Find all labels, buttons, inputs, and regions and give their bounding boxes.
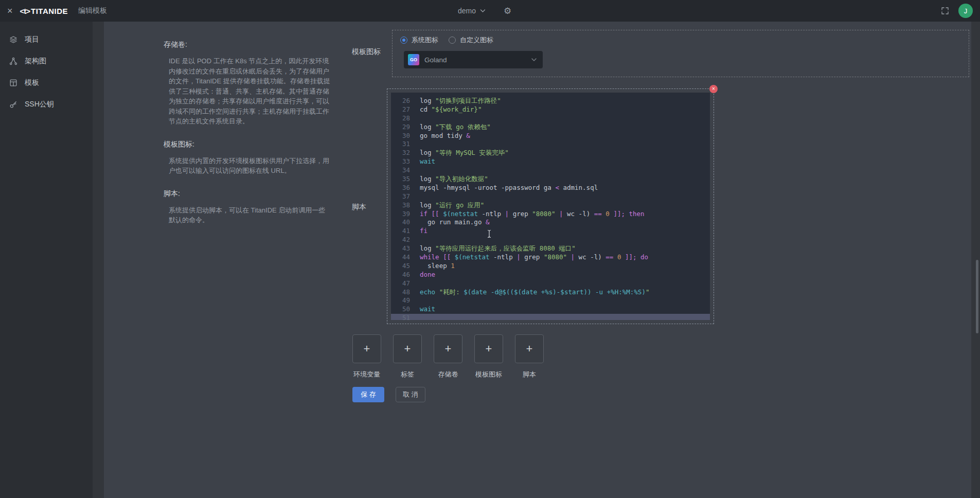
help-section-title: 脚本:	[164, 189, 330, 199]
line-content: fi	[415, 227, 427, 236]
app-name: TITANIDE	[31, 7, 68, 15]
line-content: done	[415, 271, 435, 279]
chevron-down-icon	[531, 58, 537, 61]
code-editor[interactable]: 26log "切换到项目工作路径"27cd "${work_dir}"2829l…	[391, 93, 710, 320]
sidebar-item-label: SSH公钥	[25, 100, 54, 109]
line-content: log "下载 go 依赖包"	[415, 123, 491, 132]
radio-label: 系统图标	[412, 35, 438, 45]
sidebar-item-ssh-key[interactable]: SSH公钥	[0, 94, 93, 115]
gear-icon[interactable]: ⚙	[504, 7, 511, 15]
code-line-39[interactable]: 39if [[ $(netstat -ntlp | grep "8080" | …	[391, 210, 710, 219]
code-line-45[interactable]: 45 sleep 1	[391, 262, 710, 271]
env-select[interactable]: demo	[458, 7, 485, 15]
icon-select[interactable]: GO Goland	[404, 51, 543, 68]
sidebar-item-architecture[interactable]: 架构图	[0, 50, 93, 72]
code-line-32[interactable]: 32log "等待 MySQL 安装完毕"	[391, 149, 710, 157]
edit-template-panel: 存储卷:IDE 是以 POD 工作在 K8s 节点之上的，因此开发环境内修改过的…	[104, 22, 971, 498]
line-content	[415, 166, 420, 175]
templates-icon	[9, 79, 17, 87]
line-number: 38	[391, 201, 415, 210]
sidebar-item-label: 架构图	[25, 57, 46, 66]
code-line-27[interactable]: 27cd "${work_dir}"	[391, 105, 710, 114]
chevron-down-icon	[480, 9, 485, 12]
add-tag-button[interactable]: +	[393, 334, 422, 363]
code-line-31[interactable]: 31	[391, 140, 710, 149]
radio-circle-icon	[400, 37, 407, 44]
code-line-48[interactable]: 48echo "耗时: $(date -d@$(($(date +%s)-$st…	[391, 288, 710, 297]
line-content: go mod tidy &	[415, 132, 470, 140]
code-line-28[interactable]: 28	[391, 114, 710, 123]
code-line-49[interactable]: 49	[391, 296, 710, 305]
architecture-icon	[9, 57, 17, 65]
radio-circle-icon	[449, 37, 456, 44]
add-button-label: 环境变量	[353, 370, 380, 379]
line-content: cd "${work_dir}"	[415, 105, 482, 114]
code-line-50[interactable]: 50wait	[391, 305, 710, 314]
help-section-title: 存储卷:	[164, 40, 330, 49]
line-content: wait	[415, 157, 435, 166]
line-number: 40	[391, 218, 415, 227]
line-content: log "导入初始化数据"	[415, 175, 488, 184]
add-cell: +模板图标	[474, 334, 503, 379]
add-script-button[interactable]: +	[515, 334, 544, 363]
add-buttons-row: +环境变量+标签+存储卷+模板图标+脚本	[352, 334, 544, 379]
add-cell: +标签	[393, 334, 422, 379]
sidebar-item-templates[interactable]: 模板	[0, 72, 93, 94]
code-line-44[interactable]: 44while [[ $(netstat -ntlp | grep "8080"…	[391, 253, 710, 262]
line-number: 44	[391, 253, 415, 262]
code-line-34[interactable]: 34	[391, 166, 710, 175]
template-icon-field-label: 模板图标	[352, 47, 381, 57]
add-template-icon-button[interactable]: +	[474, 334, 503, 363]
code-line-35[interactable]: 35log "导入初始化数据"	[391, 175, 710, 184]
add-volume-button[interactable]: +	[434, 334, 462, 363]
ssh-key-icon	[9, 100, 17, 109]
code-line-51[interactable]: 51	[391, 314, 710, 320]
code-line-42[interactable]: 42	[391, 236, 710, 244]
line-number: 48	[391, 288, 415, 297]
template-icon-block[interactable]: 系统图标自定义图标 GO Goland	[392, 30, 969, 77]
line-content: echo "耗时: $(date -d@$(($(date +%s)-$star…	[415, 288, 649, 297]
code-line-26[interactable]: 26log "切换到项目工作路径"	[391, 97, 710, 105]
plus-icon: +	[364, 342, 370, 355]
line-content	[415, 279, 420, 288]
code-line-33[interactable]: 33wait	[391, 157, 710, 166]
plus-icon: +	[486, 342, 492, 355]
sidebar-item-projects[interactable]: 项目	[0, 29, 93, 50]
code-line-47[interactable]: 47	[391, 279, 710, 288]
line-content: log "切换到项目工作路径"	[415, 97, 501, 105]
code-line-37[interactable]: 37	[391, 192, 710, 201]
sidebar-item-label: 项目	[25, 35, 39, 44]
code-line-30[interactable]: 30go mod tidy &	[391, 132, 710, 140]
line-content	[415, 314, 420, 320]
code-line-38[interactable]: 38log "运行 go 应用"	[391, 201, 710, 210]
script-block[interactable]: × 26log "切换到项目工作路径"27cd "${work_dir}"282…	[387, 88, 714, 324]
close-icon[interactable]: ×	[7, 6, 13, 15]
line-number: 26	[391, 97, 415, 105]
line-number: 50	[391, 305, 415, 314]
save-button[interactable]: 保 存	[352, 387, 384, 402]
remove-script-button[interactable]: ×	[709, 85, 718, 93]
line-number: 41	[391, 227, 415, 236]
code-line-29[interactable]: 29log "下载 go 依赖包"	[391, 123, 710, 132]
line-number: 30	[391, 132, 415, 140]
line-number: 47	[391, 279, 415, 288]
script-field-label: 脚本	[352, 203, 366, 212]
radio-custom-icon[interactable]: 自定义图标	[449, 35, 493, 45]
goland-icon: GO	[408, 54, 419, 65]
add-cell: +环境变量	[352, 334, 381, 379]
line-content	[415, 236, 420, 244]
vertical-scrollbar[interactable]	[976, 260, 978, 333]
add-env-var-button[interactable]: +	[352, 334, 381, 363]
line-number: 36	[391, 184, 415, 192]
code-line-46[interactable]: 46done	[391, 271, 710, 279]
avatar[interactable]: J	[958, 4, 973, 18]
code-line-43[interactable]: 43log "等待应用运行起来后，应该会监听 8080 端口"	[391, 244, 710, 253]
radio-system-icon[interactable]: 系统图标	[400, 35, 438, 45]
code-line-36[interactable]: 36mysql -hmysql -uroot -ppassword ga < a…	[391, 184, 710, 192]
line-content: log "等待 MySQL 安装完毕"	[415, 149, 509, 157]
fullscreen-icon[interactable]	[941, 7, 949, 15]
line-number: 29	[391, 123, 415, 132]
code-line-41[interactable]: 41fi	[391, 227, 710, 236]
code-line-40[interactable]: 40 go run main.go &	[391, 218, 710, 227]
cancel-button[interactable]: 取 消	[396, 387, 425, 402]
